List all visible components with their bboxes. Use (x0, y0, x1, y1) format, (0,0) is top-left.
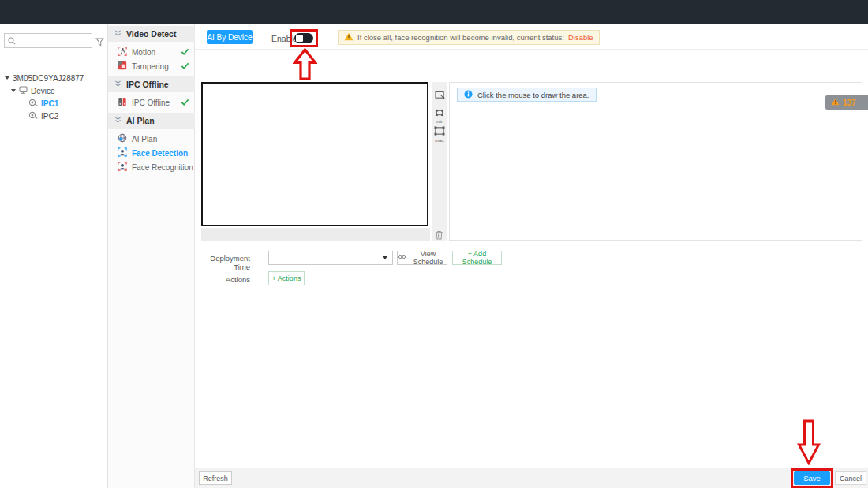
tree-node-label: 3M05DC9YAJ28877 (13, 74, 84, 83)
min-size-tool[interactable]: min (434, 106, 445, 124)
menu-section-video-detect[interactable]: Video Detect (108, 26, 195, 42)
video-draw-canvas[interactable] (201, 82, 428, 226)
search-icon (8, 34, 16, 48)
filter-funnel-icon[interactable] (95, 35, 104, 50)
tree-node-device-group[interactable]: Device (11, 84, 55, 97)
view-schedule-button[interactable]: View Schedule (397, 251, 447, 265)
alarm-count-badge[interactable]: 137 (825, 95, 868, 110)
refresh-button[interactable]: Refresh (199, 471, 232, 485)
check-icon (181, 98, 189, 108)
info-banner: Click the mouse to draw the area. (457, 88, 597, 102)
face-detection-icon (118, 147, 127, 158)
motion-icon (118, 47, 127, 58)
tree-node-device-id[interactable]: 3M05DC9YAJ28877 (5, 72, 84, 84)
video-toolbar-strip (201, 228, 430, 241)
camera-icon (28, 111, 38, 121)
menu-section-ipc-offline[interactable]: IPC Offline (108, 76, 195, 92)
event-menu-panel: Video Detect Motion Tampering IPC Of (108, 24, 195, 488)
tree-expand-icon[interactable] (5, 76, 9, 80)
warning-banner: If close all, face recognition will beco… (338, 30, 600, 45)
toggle-knob (296, 35, 303, 42)
menu-section-title: Video Detect (126, 29, 176, 39)
min-tool-label: min (434, 120, 445, 124)
info-icon (464, 90, 473, 100)
menu-item-motion[interactable]: Motion (108, 45, 195, 59)
menu-section-ai-plan[interactable]: AI Plan (108, 113, 195, 129)
save-button[interactable]: Save (794, 471, 830, 485)
menu-section-title: AI Plan (126, 116, 155, 125)
search-input[interactable] (18, 36, 88, 45)
menu-item-face-detection[interactable]: Face Detection (108, 146, 195, 160)
footer-bar (195, 468, 868, 488)
delete-area-icon[interactable] (435, 229, 443, 243)
warning-text: If close all, face recognition will beco… (357, 33, 564, 42)
alarm-warning-icon (831, 98, 840, 107)
double-chevron-down-icon (114, 80, 122, 89)
info-message: Click the mouse to draw the area. (477, 91, 589, 99)
area-config-panel: Click the mouse to draw the area. (449, 82, 862, 241)
menu-item-label: IPC Offline (132, 99, 170, 107)
alarm-count: 137 (843, 99, 856, 107)
actions-button[interactable]: + Actions (268, 271, 305, 285)
menu-item-tampering[interactable]: Tampering (108, 59, 195, 73)
menu-item-label: Face Recognition (132, 163, 193, 172)
tampering-icon (118, 61, 127, 72)
device-tree-sidebar: 3M05DC9YAJ28877 Device IPC1 IPC2 (0, 24, 108, 488)
device-group-icon (19, 86, 28, 95)
double-chevron-down-icon (114, 29, 122, 39)
tree-node-label: Device (31, 87, 55, 95)
deployment-time-select[interactable] (268, 251, 393, 265)
tree-expand-icon[interactable] (11, 89, 16, 92)
view-schedule-label: View Schedule (410, 250, 447, 266)
menu-item-face-recognition[interactable]: Face Recognition (108, 160, 195, 174)
add-schedule-button[interactable]: + Add Schedule (452, 251, 502, 265)
check-icon (181, 47, 189, 58)
face-recognition-icon (118, 162, 127, 173)
enabled-toggle[interactable] (294, 33, 313, 43)
deployment-time-label: Deployment Time (195, 254, 250, 271)
menu-item-ipc-offline[interactable]: IPC Offline (108, 95, 195, 110)
actions-label: Actions (195, 275, 250, 284)
max-size-tool[interactable]: max (434, 125, 445, 143)
check-icon (181, 61, 189, 72)
draw-rect-tool[interactable] (434, 88, 445, 102)
toolbar-divider (195, 49, 868, 50)
app-window: Exit EVENT + (0, 0, 868, 488)
topbar (0, 0, 868, 24)
ipc-offline-icon (118, 97, 127, 109)
camera-icon (28, 99, 38, 108)
eye-icon (398, 254, 406, 262)
tree-node-label: IPC1 (41, 99, 58, 108)
tree-node-ipc1[interactable]: IPC1 (28, 97, 58, 110)
search-box (4, 33, 92, 48)
tree-node-ipc2[interactable]: IPC2 (28, 110, 58, 122)
cancel-button[interactable]: Cancel (835, 471, 866, 485)
menu-item-label: Motion (132, 48, 155, 57)
max-tool-label: max (434, 139, 445, 143)
menu-item-ai-plan[interactable]: AI Plan (108, 132, 195, 146)
menu-item-label: Tampering (132, 62, 169, 71)
draw-tool-column: min max (432, 82, 447, 241)
tree-node-label: IPC2 (41, 112, 58, 121)
menu-item-label: AI Plan (132, 135, 157, 143)
warning-triangle-icon (344, 32, 354, 43)
red-arrow-down-annotation (797, 419, 821, 468)
ai-plan-globe-icon (118, 133, 127, 144)
ai-by-device-button[interactable]: AI By Device (207, 30, 253, 44)
menu-section-title: IPC Offline (126, 80, 169, 89)
double-chevron-down-icon (114, 116, 122, 125)
menu-item-label: Face Detection (132, 149, 188, 158)
red-arrow-up-annotation (293, 48, 317, 84)
select-caret-icon (383, 256, 387, 259)
warning-status: Disable (568, 33, 593, 42)
